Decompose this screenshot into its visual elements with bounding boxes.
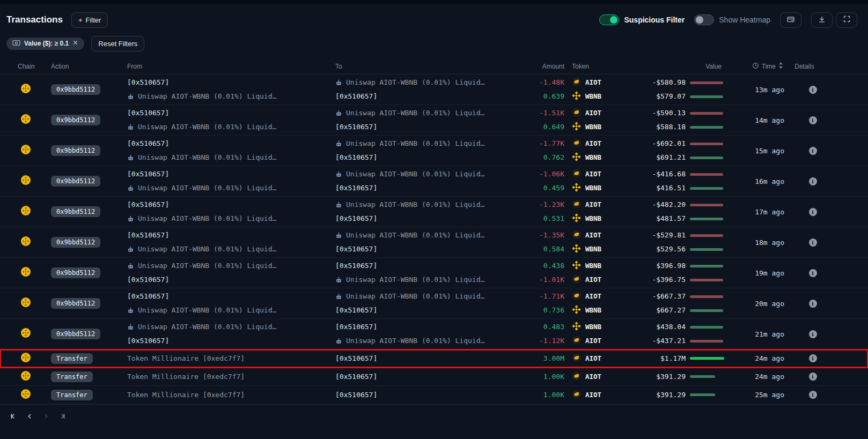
token-item[interactable]: AIOT <box>572 355 644 362</box>
info-icon[interactable]: i <box>809 300 817 308</box>
from-contract[interactable]: Token Millionaire [0xedc7f7] <box>127 391 335 399</box>
to-contract[interactable]: Uniswap AIOT-WBNB (0.01%) Liquid… <box>335 170 524 178</box>
info-icon[interactable]: i <box>809 330 817 338</box>
from-address[interactable]: [0x510657] <box>127 140 335 147</box>
from-contract[interactable]: Uniswap AIOT-WBNB (0.01%) Liquid… <box>127 215 335 222</box>
reset-filters-button[interactable]: Reset Filters <box>91 36 144 51</box>
info-icon[interactable]: i <box>809 269 817 277</box>
from-contract[interactable]: Uniswap AIOT-WBNB (0.01%) Liquid… <box>127 93 335 100</box>
value-filter-chip[interactable]: Value ($): ≥ 0.1 <box>6 38 84 50</box>
transaction-row[interactable]: 0x9bbd5112[0x510657]Uniswap AIOT-WBNB (0… <box>0 75 868 105</box>
info-icon[interactable]: i <box>809 208 817 216</box>
transaction-row[interactable]: 0x9bbd5112[0x510657]Uniswap AIOT-WBNB (0… <box>0 197 868 227</box>
to-address[interactable]: [0x510657] <box>335 123 524 131</box>
transaction-row[interactable]: 0x9bbd5112Uniswap AIOT-WBNB (0.01%) Liqu… <box>0 258 868 288</box>
from-address[interactable]: [0x510657] <box>127 109 335 117</box>
transaction-row[interactable]: 0x9bbd5112[0x510657]Uniswap AIOT-WBNB (0… <box>0 136 868 166</box>
remove-filter-icon[interactable] <box>72 40 78 47</box>
from-address[interactable]: [0x510657] <box>127 201 335 209</box>
from-contract[interactable]: Uniswap AIOT-WBNB (0.01%) Liquid… <box>127 184 335 192</box>
to-contract[interactable]: Uniswap AIOT-WBNB (0.01%) Liquid… <box>335 79 524 86</box>
toggle-off-track[interactable] <box>694 14 714 25</box>
token-item[interactable]: AIOT <box>572 373 644 381</box>
previous-page-button[interactable] <box>26 412 34 422</box>
token-item[interactable]: WBNB <box>572 154 644 161</box>
to-address[interactable]: [0x510657] <box>335 184 524 192</box>
from-address[interactable]: [0x510657] <box>127 337 335 345</box>
token-item[interactable]: WBNB <box>572 245 644 253</box>
info-icon[interactable]: i <box>809 239 817 247</box>
to-address[interactable]: [0x510657] <box>335 373 524 381</box>
to-address[interactable]: [0x510657] <box>335 391 524 399</box>
from-contract[interactable]: Uniswap AIOT-WBNB (0.01%) Liquid… <box>127 323 335 331</box>
from-contract[interactable]: Uniswap AIOT-WBNB (0.01%) Liquid… <box>127 307 335 314</box>
transaction-row[interactable]: 0x9bbd5112[0x510657]Uniswap AIOT-WBNB (0… <box>0 288 868 319</box>
from-contract[interactable]: Uniswap AIOT-WBNB (0.01%) Liquid… <box>127 245 335 253</box>
token-item[interactable]: AIOT <box>572 170 644 178</box>
to-contract[interactable]: Uniswap AIOT-WBNB (0.01%) Liquid… <box>335 140 524 147</box>
info-icon[interactable]: i <box>809 354 817 362</box>
token-item[interactable]: AIOT <box>572 109 644 117</box>
to-contract[interactable]: Uniswap AIOT-WBNB (0.01%) Liquid… <box>335 276 524 284</box>
from-contract[interactable]: Token Millionaire [0xedc7f7] <box>127 373 335 381</box>
token-item[interactable]: AIOT <box>572 79 644 86</box>
info-icon[interactable]: i <box>809 373 817 381</box>
action-badge[interactable]: 0x9bbd5112 <box>51 298 100 309</box>
action-badge[interactable]: 0x9bbd5112 <box>51 206 100 217</box>
token-item[interactable]: AIOT <box>572 391 644 399</box>
token-item[interactable]: AIOT <box>572 232 644 239</box>
card-view-button[interactable] <box>780 12 801 28</box>
from-contract[interactable]: Uniswap AIOT-WBNB (0.01%) Liquid… <box>127 262 335 270</box>
transaction-row[interactable]: TransferToken Millionaire [0xedc7f7][0x5… <box>0 368 868 386</box>
transaction-row[interactable]: 0x9bbd5112[0x510657]Uniswap AIOT-WBNB (0… <box>0 227 868 258</box>
action-badge[interactable]: 0x9bbd5112 <box>51 329 100 339</box>
first-page-button[interactable] <box>10 412 18 422</box>
show-heatmap-toggle[interactable]: Show Heatmap <box>694 14 770 25</box>
from-contract[interactable]: Uniswap AIOT-WBNB (0.01%) Liquid… <box>127 154 335 161</box>
transaction-row[interactable]: TransferToken Millionaire [0xedc7f7][0x5… <box>0 349 868 368</box>
info-icon[interactable]: i <box>809 147 817 155</box>
fullscreen-button[interactable] <box>836 12 857 28</box>
to-address[interactable]: [0x510657] <box>335 215 524 222</box>
sort-arrows-icon[interactable] <box>778 62 783 71</box>
info-icon[interactable]: i <box>809 391 817 399</box>
action-badge[interactable]: 0x9bbd5112 <box>51 237 100 248</box>
to-address[interactable]: [0x510657] <box>335 154 524 161</box>
action-badge[interactable]: Transfer <box>51 371 93 382</box>
action-badge[interactable]: 0x9bbd5112 <box>51 267 100 278</box>
action-badge[interactable]: Transfer <box>51 390 93 400</box>
download-button[interactable] <box>811 12 833 28</box>
to-contract[interactable]: Uniswap AIOT-WBNB (0.01%) Liquid… <box>335 109 524 117</box>
from-contract[interactable]: Uniswap AIOT-WBNB (0.01%) Liquid… <box>127 123 335 131</box>
to-address[interactable]: [0x510657] <box>335 93 524 100</box>
token-item[interactable]: AIOT <box>572 337 644 345</box>
to-contract[interactable]: Uniswap AIOT-WBNB (0.01%) Liquid… <box>335 337 524 345</box>
transaction-row[interactable]: 0x9bbd5112[0x510657]Uniswap AIOT-WBNB (0… <box>0 105 868 136</box>
token-item[interactable]: AIOT <box>572 201 644 209</box>
token-item[interactable]: WBNB <box>572 184 644 192</box>
info-icon[interactable]: i <box>809 116 817 124</box>
to-address[interactable]: [0x510657] <box>335 307 524 314</box>
to-address[interactable]: [0x510657] <box>335 245 524 253</box>
from-address[interactable]: [0x510657] <box>127 293 335 300</box>
to-address[interactable]: [0x510657] <box>335 262 524 270</box>
to-address[interactable]: [0x510657] <box>335 323 524 331</box>
token-item[interactable]: WBNB <box>572 323 644 331</box>
token-item[interactable]: WBNB <box>572 123 644 131</box>
token-item[interactable]: AIOT <box>572 293 644 300</box>
toggle-on-track[interactable] <box>599 14 619 25</box>
info-icon[interactable]: i <box>809 177 817 185</box>
from-address[interactable]: [0x510657] <box>127 79 335 86</box>
token-item[interactable]: WBNB <box>572 262 644 270</box>
to-contract[interactable]: Uniswap AIOT-WBNB (0.01%) Liquid… <box>335 293 524 300</box>
column-header-time[interactable]: Time <box>724 62 789 71</box>
suspicious-filter-toggle[interactable]: Suspicious Filter <box>599 14 685 25</box>
transaction-row[interactable]: TransferToken Millionaire [0xedc7f7][0x5… <box>0 386 868 404</box>
action-badge[interactable]: Transfer <box>51 353 93 364</box>
token-item[interactable]: WBNB <box>572 215 644 222</box>
token-item[interactable]: AIOT <box>572 140 644 147</box>
action-badge[interactable]: 0x9bbd5112 <box>51 115 100 125</box>
action-badge[interactable]: 0x9bbd5112 <box>51 176 100 187</box>
next-page-button[interactable] <box>42 412 50 422</box>
transaction-row[interactable]: 0x9bbd5112Uniswap AIOT-WBNB (0.01%) Liqu… <box>0 319 868 349</box>
